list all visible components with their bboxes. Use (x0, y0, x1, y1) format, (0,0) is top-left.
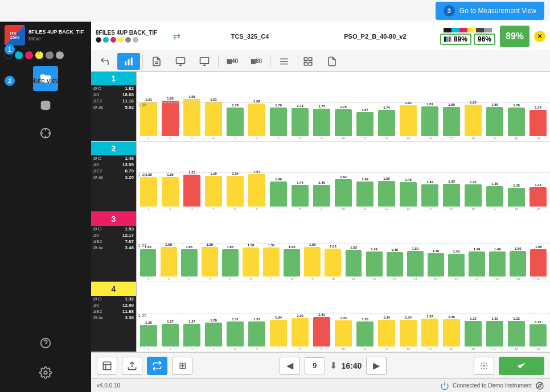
bar-val: 1.40 (318, 181, 325, 184)
bar-index: 10 (331, 277, 335, 280)
stat-row: Ø Δε3.38 (91, 315, 136, 321)
grid-button[interactable]: ⊞ (172, 357, 192, 375)
tool-document[interactable] (321, 53, 343, 70)
bar (400, 182, 417, 207)
bar-group-14: 1.4615 (425, 212, 446, 282)
bar (313, 185, 330, 207)
bar-group-5: 1.626 (246, 142, 268, 211)
bar-index: 14 (428, 137, 432, 140)
tool-grid40[interactable]: ▦40 (221, 53, 244, 70)
bar-index: 6 (250, 277, 252, 280)
score-badges: 89% 96% (440, 34, 495, 45)
bars-area-1: 1.851.9111.9321.9631.9141.7951.8961.7971… (137, 72, 550, 141)
sidebar-item-settings[interactable] (33, 360, 58, 385)
tool-back[interactable] (93, 53, 116, 70)
svg-rect-18 (177, 57, 185, 64)
bars-area-4: 1.251.2511.2721.2731.2941.3151.3161.3471… (137, 282, 550, 352)
prev-page-button[interactable]: ◀ (280, 357, 300, 375)
bar-group-12: 1.8413 (397, 72, 419, 141)
bar-group-13: 1.4214 (419, 142, 441, 211)
tool-report[interactable] (145, 53, 168, 70)
bar-val: 1.79 (232, 104, 239, 107)
bar-index: 8 (299, 137, 301, 140)
bar-group-18: 1.2619 (527, 282, 549, 352)
bar-group-9: 1.3310 (333, 282, 354, 352)
bar-index: 6 (256, 207, 257, 211)
bar (270, 108, 287, 136)
bar (448, 254, 465, 277)
bar-val: 1.49 (474, 247, 481, 251)
next-page-button[interactable]: ▶ (366, 357, 387, 375)
bar-index: 3 (191, 207, 192, 211)
bar (313, 109, 330, 136)
bar-val: 1.80 (448, 103, 455, 106)
close-button[interactable]: ✕ (534, 31, 545, 42)
link-icon[interactable]: ⇄ (169, 31, 185, 42)
bar-val: 1.42 (426, 180, 433, 184)
bar-group-5: 1.586 (240, 212, 261, 282)
stat-row: Δ013.59 (91, 162, 136, 168)
bar-index: 15 (450, 347, 454, 350)
page-down-icon[interactable]: ⬇ (330, 360, 337, 371)
bar-index: 8 (299, 207, 301, 211)
tool-monitor[interactable] (193, 53, 216, 70)
bar-val: 1.80 (491, 103, 498, 106)
sidebar-item-database[interactable] (33, 93, 58, 118)
tool-settings2[interactable] (169, 53, 192, 70)
cb-c (452, 28, 459, 32)
tool-compare[interactable] (273, 53, 295, 70)
svg-point-42 (536, 382, 543, 389)
bar-val: 1.42 (470, 180, 477, 184)
bar-val: 1.55 (186, 245, 192, 249)
bar (356, 112, 373, 136)
sidebar-item-crosshair[interactable] (33, 121, 58, 146)
bar (400, 320, 417, 346)
approve-button[interactable] (499, 357, 544, 375)
svg-line-39 (481, 368, 482, 369)
bar-index: 12 (372, 277, 376, 280)
stat-row: ΔE28.79 (91, 168, 136, 174)
logo-icon: ITKZone (5, 25, 25, 46)
svg-line-40 (486, 362, 487, 364)
bar (205, 102, 222, 136)
bar-index: 6 (256, 347, 257, 350)
tool-chart[interactable] (117, 53, 140, 70)
bar (335, 320, 352, 346)
chart-area: 1Ø D1.82Δ018.68ΔE211.16Ø Δε5.021.851.911… (91, 72, 550, 352)
go-to-measurement-button[interactable]: 3 Go to Measurement View (436, 2, 544, 20)
bar-group-4: 1.315 (224, 282, 246, 352)
y-label-1: 1.85 (138, 102, 147, 108)
bar (508, 321, 525, 346)
sync-button[interactable] (147, 357, 167, 375)
measure-button[interactable] (474, 357, 494, 375)
bar-index: 9 (321, 347, 322, 350)
bar (304, 247, 321, 277)
bar-index: 15 (450, 207, 454, 211)
bar (356, 181, 373, 207)
sidebar-item-help[interactable] (33, 331, 58, 356)
bar-index: 2 (169, 207, 171, 211)
bar-val: 1.41 (318, 313, 325, 316)
bar-val: 1.49 (494, 247, 501, 251)
bar-group-19: 1.5520 (528, 212, 549, 282)
tool-grid80[interactable]: ▦80 (245, 53, 268, 70)
tool-layers[interactable] (297, 53, 319, 70)
bar-index: 19 (536, 347, 540, 350)
y-label-3: 1.53 (138, 243, 147, 248)
svg-rect-10 (446, 36, 449, 42)
bar-val: 1.25 (145, 321, 152, 324)
svg-rect-28 (103, 362, 111, 370)
bar-index: 15 (450, 137, 454, 140)
bar-index: 15 (434, 277, 438, 280)
bar-group-12: 1.4813 (384, 212, 405, 282)
bar-val: 1.26 (535, 320, 541, 324)
scan-button[interactable] (97, 357, 117, 375)
import-button[interactable] (122, 357, 142, 375)
bar-val: 1.55 (289, 245, 295, 249)
bar (508, 108, 525, 136)
bar (508, 188, 525, 207)
strip-label-4: 4Ø D1.32Δ012.98ΔE211.88Ø Δε3.38 (91, 282, 137, 352)
page-input[interactable] (305, 357, 325, 374)
bar-val: 1.77 (318, 105, 325, 108)
bar-index: 11 (363, 207, 367, 211)
